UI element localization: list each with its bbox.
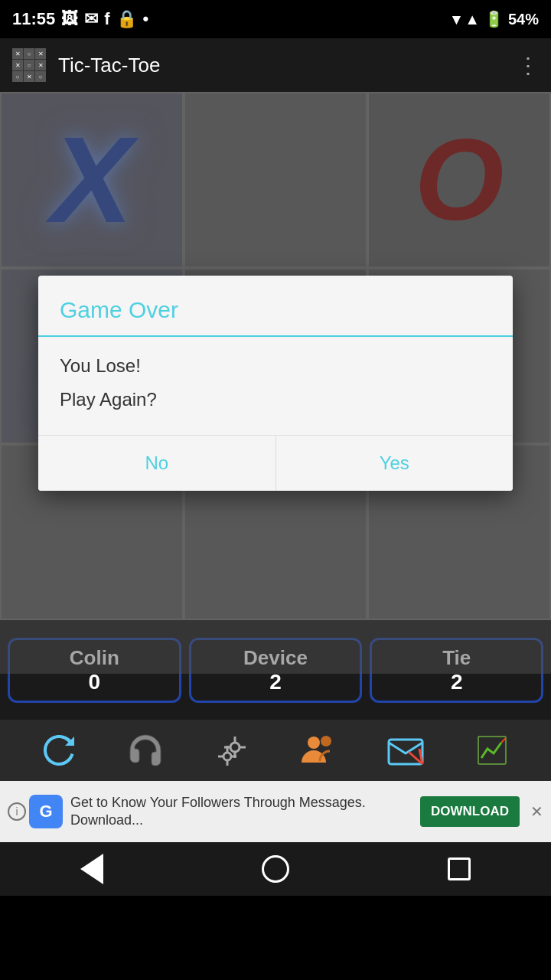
lock-icon: 🔒 [116,9,137,29]
mail-button[interactable] [379,724,432,777]
svg-point-0 [230,743,240,752]
modal-body: You Lose! Play Again? [38,337,513,429]
modal-title: Game Over [38,276,513,335]
svg-point-11 [321,736,331,746]
modal-question: Play Again? [60,389,491,410]
email-icon: ✉ [84,9,98,29]
back-button[interactable] [61,846,122,892]
ad-logo: G [29,795,63,828]
game-over-dialog: Game Over You Lose! Play Again? No Yes [38,276,513,491]
ad-icon-area: i G [8,795,63,828]
app-icon: ✕ ○ ✕ ✕ ○ ✕ ○ ✕ ○ [12,48,46,82]
ad-text: Get to Know Your Followers Through Messa… [70,794,412,830]
ad-info-button[interactable]: i [8,802,26,821]
svg-point-5 [223,753,231,760]
headset-button[interactable] [119,724,172,777]
dot-icon: • [143,9,149,29]
battery-icon: 🔋 [484,10,504,28]
nav-bar [0,842,551,896]
icon-bar [0,720,551,781]
back-icon [80,854,103,884]
svg-point-10 [308,737,320,749]
settings-button[interactable] [205,724,259,777]
status-bar-left: 11:55 🖼 ✉ f 🔒 • [12,9,148,29]
modal-message: You Lose! [60,355,491,377]
home-icon [262,855,289,883]
signal-icon: ▲ [465,11,480,28]
users-button[interactable] [292,724,346,777]
refresh-button[interactable] [32,724,86,777]
recents-button[interactable] [429,846,490,892]
ad-banner: i G Get to Know Your Followers Through M… [0,781,551,842]
battery-percent: 54% [508,11,539,28]
photo-icon: 🖼 [61,9,78,29]
ad-close-button[interactable]: ✕ [530,802,543,821]
app-bar: ✕ ○ ✕ ✕ ○ ✕ ○ ✕ ○ Tic-Tac-Toe ⋮ [0,38,551,92]
menu-button[interactable]: ⋮ [517,53,539,78]
yes-button[interactable]: Yes [276,436,514,491]
game-area: X O X O Game Over You Lose! Play Again? [0,92,551,620]
modal-buttons: No Yes [38,435,513,491]
modal-overlay: Game Over You Lose! Play Again? No Yes [0,92,551,674]
wifi-icon: ▾ [452,10,460,28]
facebook-icon: f [104,9,109,29]
svg-rect-15 [478,737,506,764]
time: 11:55 [12,9,55,29]
status-bar: 11:55 🖼 ✉ f 🔒 • ▾ ▲ 🔋 54% [0,0,551,38]
chart-button[interactable] [465,724,519,777]
status-bar-right: ▾ ▲ 🔋 54% [452,10,539,28]
app-title: Tic-Tac-Toe [58,54,517,77]
recents-icon [448,858,471,880]
no-button[interactable]: No [38,436,276,491]
home-button[interactable] [245,846,306,892]
ad-download-button[interactable]: DOWNLOAD [420,796,520,827]
